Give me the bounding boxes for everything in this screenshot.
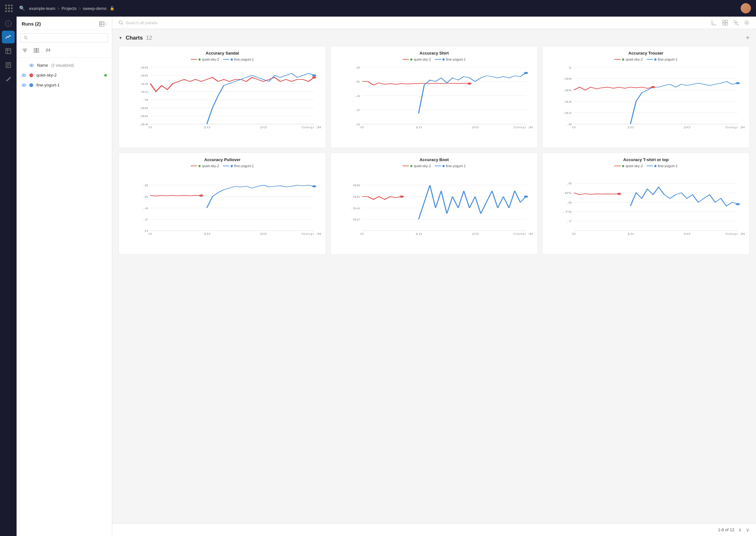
svg-point-27 <box>23 75 24 76</box>
svg-text:.8: .8 <box>143 184 148 187</box>
chart-title: Accuracy T-shirt or top <box>547 157 745 162</box>
list-item[interactable]: fine-yogurt-1 <box>16 80 112 90</box>
svg-text:0: 0 <box>356 122 360 126</box>
search-placeholder: Search all panels <box>126 20 158 25</box>
section-chevron[interactable]: ▼ <box>119 36 122 40</box>
svg-point-42 <box>744 20 749 25</box>
runs-list: Name (2 visualized) quiet-sky-2 fine-yog… <box>16 58 112 536</box>
svg-text:.9: .9 <box>143 98 148 102</box>
runs-title: Runs (2) <box>22 21 41 26</box>
svg-text:0: 0 <box>145 229 148 233</box>
svg-point-11 <box>24 36 26 38</box>
run-status-dot <box>104 74 107 77</box>
page-prev-btn[interactable]: ∧ <box>738 527 742 533</box>
chart-card: Accuracy Shirt quiet-sky-2 fine-yogurt-1… <box>330 46 538 148</box>
runs-search[interactable] <box>20 33 108 43</box>
svg-point-130 <box>312 185 316 187</box>
svg-point-167 <box>617 193 621 195</box>
svg-text:0: 0 <box>360 232 364 235</box>
svg-text:.94: .94 <box>351 206 360 210</box>
chart-card: Accuracy Sandal quiet-sky-2 fine-yogurt-… <box>119 46 326 148</box>
main-content: Search all panels x <box>112 17 756 536</box>
svg-text:.85: .85 <box>563 191 572 195</box>
runs-table-icon[interactable]: › <box>99 21 107 26</box>
svg-text:.75: .75 <box>563 210 572 214</box>
chart-legend: quiet-sky-2 fine-yogurt-1 <box>547 57 745 61</box>
chart-legend: quiet-sky-2 fine-yogurt-1 <box>123 164 321 168</box>
run-color-dot <box>29 73 33 77</box>
chart-container: .84.86.88.9.92.94.96.9801020304050Step <box>123 64 321 135</box>
legend-item: quiet-sky-2 <box>403 57 431 61</box>
breadcrumb-demo[interactable]: sweep-demo <box>83 6 107 11</box>
svg-text:.9: .9 <box>567 182 572 185</box>
svg-text:20: 20 <box>472 125 478 129</box>
toolbar-actions: x <box>711 20 750 25</box>
svg-text:.92: .92 <box>563 111 572 115</box>
user-avatar[interactable] <box>741 3 751 14</box>
axis-icon[interactable]: x <box>711 20 717 25</box>
list-item[interactable]: quiet-sky-2 <box>16 70 112 80</box>
svg-text:10: 10 <box>203 232 210 235</box>
svg-text:20: 20 <box>260 125 267 129</box>
svg-text:10: 10 <box>415 232 422 235</box>
svg-text:Step: Step <box>725 125 738 129</box>
svg-line-12 <box>26 38 27 40</box>
sort-icon[interactable] <box>43 47 52 55</box>
pagination-text: 1-6 of 12 <box>718 527 734 532</box>
settings-icon[interactable] <box>744 20 750 25</box>
section-count: 12 <box>146 35 152 41</box>
pagination: 1-6 of 12 ∧ ∨ <box>112 523 756 536</box>
charts-grid-2: Accuracy Pullover quiet-sky-2 fine-yogur… <box>119 152 750 254</box>
svg-text:.2: .2 <box>355 108 360 112</box>
layout-icon[interactable] <box>722 20 728 25</box>
breadcrumb-team[interactable]: example-team <box>29 6 55 11</box>
svg-text:Step: Step <box>725 232 738 235</box>
svg-text:10: 10 <box>627 232 634 235</box>
svg-point-68 <box>312 74 316 77</box>
svg-text:.92: .92 <box>351 218 360 221</box>
svg-text:.98: .98 <box>351 184 360 187</box>
legend-item: quiet-sky-2 <box>191 164 219 168</box>
info-sidebar-icon[interactable]: i <box>5 20 12 27</box>
svg-text:.98: .98 <box>139 66 148 69</box>
svg-text:.88: .88 <box>139 106 148 110</box>
svg-text:10: 10 <box>415 125 422 129</box>
columns-icon[interactable] <box>32 47 41 55</box>
runs-search-input[interactable] <box>30 35 105 40</box>
svg-text:.6: .6 <box>143 195 148 198</box>
breadcrumb-projects[interactable]: Projects <box>62 6 77 11</box>
legend-item: fine-yogurt-1 <box>646 164 677 168</box>
brush-sidebar-btn[interactable] <box>2 73 15 85</box>
charts-grid: Accuracy Sandal quiet-sky-2 fine-yogurt-… <box>119 46 750 148</box>
svg-text:.8: .8 <box>355 66 360 69</box>
svg-rect-0 <box>6 49 11 53</box>
svg-text:.6: .6 <box>355 80 360 83</box>
legend-item: quiet-sky-2 <box>191 57 219 61</box>
section-add-btn[interactable]: + <box>746 34 750 42</box>
run-color-dot <box>29 83 33 87</box>
svg-text:30: 30 <box>528 125 533 129</box>
chart-sidebar-btn[interactable] <box>2 31 15 43</box>
eye-icon <box>22 83 26 87</box>
eye-icon <box>29 63 34 68</box>
nav-search-icon[interactable]: 🔍 <box>19 5 25 11</box>
expand-icon[interactable] <box>733 20 739 25</box>
svg-point-25 <box>31 65 32 66</box>
filter-icon[interactable] <box>20 47 29 55</box>
svg-rect-38 <box>725 23 728 25</box>
chart-title: Accuracy Shirt <box>335 51 533 55</box>
search-bar[interactable]: Search all panels <box>119 20 707 25</box>
svg-text:Step: Step <box>513 232 526 235</box>
breadcrumb: example-team > Projects > sweep-demo 🔓 <box>29 6 115 11</box>
page-next-btn[interactable]: ∨ <box>746 527 750 533</box>
svg-text:.84: .84 <box>139 122 148 126</box>
name-column-header: Name <box>37 63 48 68</box>
svg-text:.92: .92 <box>139 90 148 93</box>
chart-card: Accuracy Boot quiet-sky-2 fine-yogurt-1 … <box>330 152 538 254</box>
table-sidebar-btn[interactable] <box>2 45 15 57</box>
svg-rect-35 <box>723 20 725 22</box>
chart-card: Accuracy Trouser quiet-sky-2 fine-yogurt… <box>542 46 750 148</box>
notes-sidebar-btn[interactable] <box>2 59 15 72</box>
svg-point-88 <box>524 72 528 74</box>
svg-text:30: 30 <box>740 125 745 129</box>
